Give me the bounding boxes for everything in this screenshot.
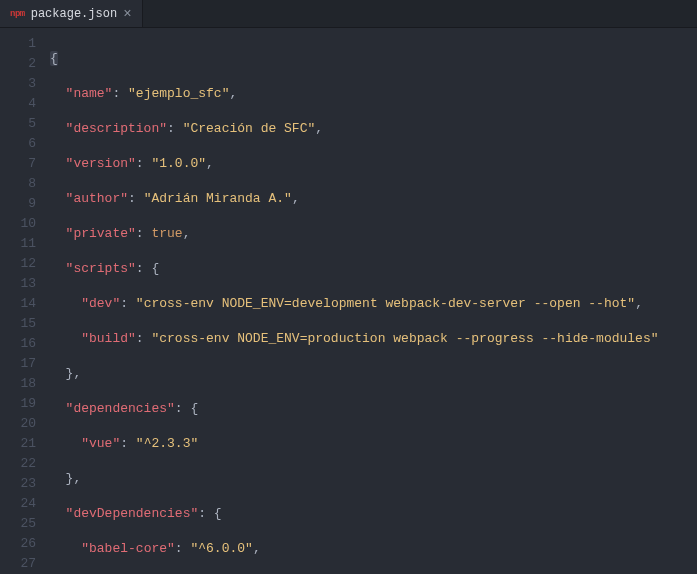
- colon: :: [198, 506, 214, 521]
- json-value: "Creación de SFC": [183, 121, 316, 136]
- brace-open: {: [190, 401, 198, 416]
- code-line: "description": "Creación de SFC",: [50, 119, 697, 139]
- brace-open: {: [151, 261, 159, 276]
- comma: ,: [635, 296, 643, 311]
- colon: :: [136, 331, 152, 346]
- comma: ,: [253, 541, 261, 556]
- code-line: },: [50, 364, 697, 384]
- json-key: "name": [66, 86, 113, 101]
- json-key: "description": [66, 121, 167, 136]
- line-number-gutter: 1 2 3 4 5 6 7 8 9 10 11 12 13 14 15 16 1…: [0, 28, 50, 574]
- line-number: 12: [0, 254, 36, 274]
- code-line: "babel-core": "^6.0.0",: [50, 539, 697, 559]
- line-number: 5: [0, 114, 36, 134]
- comma: ,: [73, 471, 81, 486]
- line-number: 23: [0, 474, 36, 494]
- line-number: 14: [0, 294, 36, 314]
- colon: :: [120, 296, 136, 311]
- tab-bar: npm package.json ×: [0, 0, 697, 28]
- line-number: 17: [0, 354, 36, 374]
- json-key: "dependencies": [66, 401, 175, 416]
- colon: :: [128, 191, 144, 206]
- line-number: 16: [0, 334, 36, 354]
- line-number: 6: [0, 134, 36, 154]
- code-line: {: [50, 49, 697, 69]
- line-number: 11: [0, 234, 36, 254]
- code-line: },: [50, 469, 697, 489]
- colon: :: [175, 541, 191, 556]
- line-number: 19: [0, 394, 36, 414]
- code-line: "version": "1.0.0",: [50, 154, 697, 174]
- code-line: "build": "cross-env NODE_ENV=production …: [50, 329, 697, 349]
- line-number: 2: [0, 54, 36, 74]
- json-value: "1.0.0": [151, 156, 206, 171]
- line-number: 18: [0, 374, 36, 394]
- json-value: "Adrián Miranda A.": [144, 191, 292, 206]
- colon: :: [167, 121, 183, 136]
- close-icon[interactable]: ×: [123, 7, 131, 21]
- line-number: 20: [0, 414, 36, 434]
- brace-open: {: [214, 506, 222, 521]
- code-line: "scripts": {: [50, 259, 697, 279]
- line-number: 27: [0, 554, 36, 574]
- npm-icon: npm: [10, 9, 25, 19]
- json-key: "version": [66, 156, 136, 171]
- code-line: "name": "ejemplo_sfc",: [50, 84, 697, 104]
- line-number: 13: [0, 274, 36, 294]
- line-number: 26: [0, 534, 36, 554]
- line-number: 3: [0, 74, 36, 94]
- json-key: "private": [66, 226, 136, 241]
- line-number: 8: [0, 174, 36, 194]
- json-key: "build": [81, 331, 136, 346]
- code-line: "private": true,: [50, 224, 697, 244]
- code-line: "devDependencies": {: [50, 504, 697, 524]
- comma: ,: [292, 191, 300, 206]
- tab-package-json[interactable]: npm package.json ×: [0, 0, 143, 27]
- code-line: "dependencies": {: [50, 399, 697, 419]
- line-number: 4: [0, 94, 36, 114]
- line-number: 10: [0, 214, 36, 234]
- code-line: "dev": "cross-env NODE_ENV=development w…: [50, 294, 697, 314]
- json-value: "ejemplo_sfc": [128, 86, 229, 101]
- colon: :: [136, 226, 152, 241]
- line-number: 1: [0, 34, 36, 54]
- json-value: "^6.0.0": [190, 541, 252, 556]
- comma: ,: [229, 86, 237, 101]
- brace-open: {: [50, 51, 58, 66]
- line-number: 9: [0, 194, 36, 214]
- colon: :: [120, 436, 136, 451]
- colon: :: [175, 401, 191, 416]
- line-number: 7: [0, 154, 36, 174]
- colon: :: [136, 156, 152, 171]
- code-line: "author": "Adrián Miranda A.",: [50, 189, 697, 209]
- json-key: "babel-core": [81, 541, 175, 556]
- comma: ,: [315, 121, 323, 136]
- line-number: 25: [0, 514, 36, 534]
- json-value: "cross-env NODE_ENV=development webpack-…: [136, 296, 635, 311]
- code-area[interactable]: { "name": "ejemplo_sfc", "description": …: [50, 28, 697, 574]
- tab-filename: package.json: [31, 7, 117, 21]
- line-number: 21: [0, 434, 36, 454]
- json-key: "author": [66, 191, 128, 206]
- json-key: "scripts": [66, 261, 136, 276]
- comma: ,: [73, 366, 81, 381]
- line-number: 22: [0, 454, 36, 474]
- json-value: "cross-env NODE_ENV=production webpack -…: [151, 331, 658, 346]
- comma: ,: [183, 226, 191, 241]
- json-value: true: [151, 226, 182, 241]
- code-editor[interactable]: 1 2 3 4 5 6 7 8 9 10 11 12 13 14 15 16 1…: [0, 28, 697, 574]
- comma: ,: [206, 156, 214, 171]
- json-key: "vue": [81, 436, 120, 451]
- line-number: 24: [0, 494, 36, 514]
- json-key: "devDependencies": [66, 506, 199, 521]
- line-number: 15: [0, 314, 36, 334]
- json-key: "dev": [81, 296, 120, 311]
- colon: :: [112, 86, 128, 101]
- code-line: "vue": "^2.3.3": [50, 434, 697, 454]
- json-value: "^2.3.3": [136, 436, 198, 451]
- colon: :: [136, 261, 152, 276]
